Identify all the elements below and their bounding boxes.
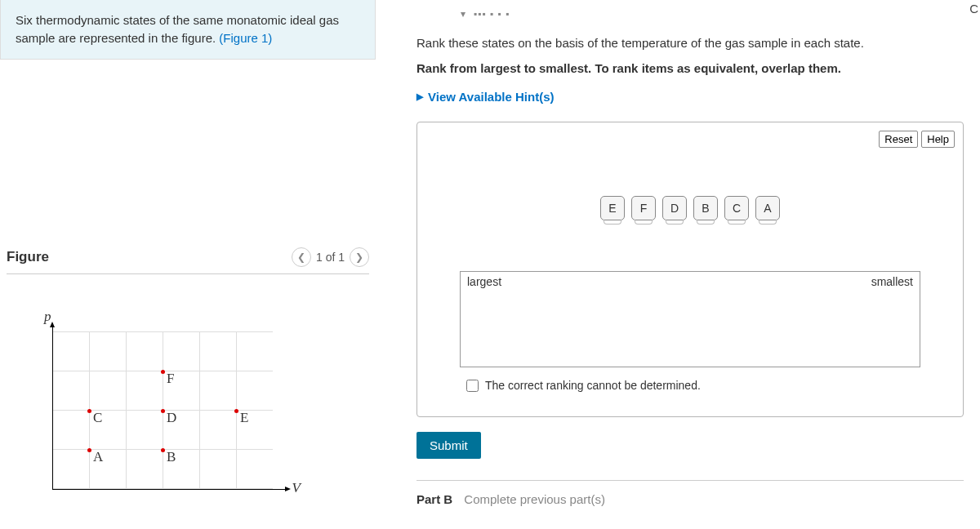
figure-next-button[interactable]: ❯	[350, 247, 369, 267]
x-axis-label: V	[292, 480, 301, 496]
part-indicator: ▾ ▪▪▪ ▪ ▪ ▪	[461, 8, 964, 20]
ranking-drop-zone[interactable]: largest smallest	[460, 271, 920, 367]
pv-chart: p V A B C D E F	[36, 315, 369, 503]
point-e	[234, 409, 238, 413]
divider	[416, 480, 964, 481]
figure-prev-button[interactable]: ❮	[292, 247, 311, 267]
point-a-label: A	[93, 449, 103, 465]
hints-label: View Available Hint(s)	[428, 90, 555, 104]
point-a	[87, 448, 91, 452]
part-b-row: Part B Complete previous part(s)	[416, 492, 964, 506]
point-d-label: D	[167, 410, 176, 426]
left-column: Six thermodynamic states of the same mon…	[0, 0, 376, 529]
chip-b[interactable]: B	[693, 196, 718, 220]
instruction-line-2: Rank from largest to smallest. To rank i…	[416, 61, 964, 75]
cannot-determine-row[interactable]: The correct ranking cannot be determined…	[466, 379, 953, 392]
point-b-label: B	[167, 449, 176, 465]
chip-d[interactable]: D	[662, 196, 687, 220]
chip-e[interactable]: E	[600, 196, 625, 220]
part-b-message: Complete previous part(s)	[464, 492, 605, 506]
point-d	[161, 409, 165, 413]
ranking-chips-row: E F D B C A	[427, 196, 953, 220]
smallest-label: smallest	[871, 275, 913, 288]
figure-header: Figure ❮ 1 of 1 ❯	[7, 247, 369, 274]
cannot-determine-checkbox[interactable]	[466, 380, 479, 392]
x-axis	[52, 489, 289, 490]
point-e-label: E	[240, 410, 248, 426]
figure-title: Figure	[7, 249, 49, 265]
point-f-label: F	[167, 371, 174, 387]
figure-link[interactable]: (Figure 1)	[219, 31, 272, 45]
triangle-right-icon: ▶	[416, 91, 423, 102]
largest-label: largest	[467, 275, 501, 288]
part-b-label: Part B	[416, 492, 452, 506]
right-column: ▾ ▪▪▪ ▪ ▪ ▪ Rank these states on the bas…	[408, 0, 980, 506]
figure-pager: ❮ 1 of 1 ❯	[292, 247, 369, 267]
intro-box: Six thermodynamic states of the same mon…	[0, 0, 376, 60]
point-c	[87, 409, 91, 413]
point-f	[161, 370, 165, 374]
reset-button[interactable]: Reset	[879, 131, 918, 148]
point-b	[161, 448, 165, 452]
submit-button[interactable]: Submit	[416, 432, 481, 459]
chip-c[interactable]: C	[724, 196, 749, 220]
figure-section: Figure ❮ 1 of 1 ❯ p V A B C	[0, 247, 376, 503]
point-c-label: C	[93, 410, 102, 426]
ranking-widget-buttons: Reset Help	[879, 131, 955, 148]
help-button[interactable]: Help	[921, 131, 955, 148]
intro-text: Six thermodynamic states of the same mon…	[16, 13, 339, 45]
chip-a[interactable]: A	[755, 196, 780, 220]
view-hints-toggle[interactable]: ▶ View Available Hint(s)	[416, 90, 964, 104]
figure-page-indicator: 1 of 1	[316, 251, 345, 264]
cannot-determine-label: The correct ranking cannot be determined…	[485, 379, 701, 392]
chip-f[interactable]: F	[631, 196, 656, 220]
y-axis	[52, 323, 53, 490]
instruction-line-1: Rank these states on the basis of the te…	[416, 36, 964, 50]
ranking-widget: Reset Help E F D B C A largest smallest …	[416, 122, 964, 417]
